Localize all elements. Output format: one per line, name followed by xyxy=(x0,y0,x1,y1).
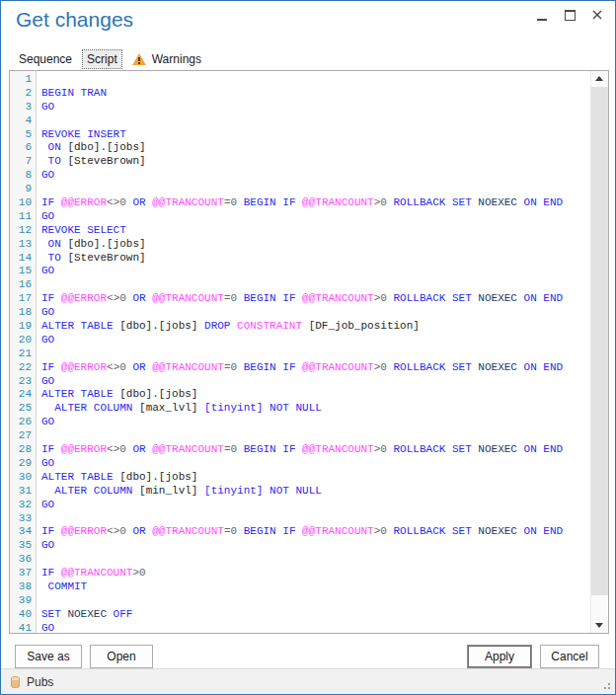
line-number: 11 xyxy=(10,210,32,224)
code-line: GO xyxy=(41,101,590,115)
code-line: GO xyxy=(41,457,590,471)
code-line: GO xyxy=(41,306,590,320)
line-number: 17 xyxy=(10,292,32,306)
line-number: 25 xyxy=(10,402,32,416)
tab-bar: Sequence Script Warnings xyxy=(15,49,201,69)
code-token: @@TRANCOUNT xyxy=(302,361,374,373)
code-line: BEGIN TRAN xyxy=(41,87,590,101)
vertical-scrollbar[interactable] xyxy=(590,71,608,633)
code-token: IF xyxy=(41,196,61,208)
code-line xyxy=(41,512,590,526)
line-number: 28 xyxy=(10,443,32,457)
code-token: NOEXEC xyxy=(478,292,517,304)
line-number: 27 xyxy=(10,429,32,443)
code-token: GO xyxy=(41,622,54,633)
open-button[interactable]: Open xyxy=(90,645,153,668)
apply-button[interactable]: Apply xyxy=(467,645,532,668)
code-token: >0 xyxy=(374,525,387,537)
code-token: GO xyxy=(41,265,54,276)
line-number: 40 xyxy=(10,608,32,622)
code-token: NOEXEC xyxy=(67,608,107,620)
line-number: 24 xyxy=(10,388,32,402)
code-token: <>0 xyxy=(107,196,126,208)
script-editor[interactable]: 1234567891011121314151617181920212223242… xyxy=(9,70,609,634)
code-token: BEGIN IF xyxy=(237,292,302,304)
code-line: ALTER COLUMN [min_lvl] [tinyint] NOT NUL… xyxy=(41,485,590,499)
code-token: ALTER COLUMN xyxy=(41,485,139,497)
close-button[interactable] xyxy=(583,3,611,27)
code-token: =0 xyxy=(224,292,237,304)
status-bar: Pubs xyxy=(1,668,615,694)
code-token: @@TRANCOUNT xyxy=(152,196,224,208)
code-token: @@TRANCOUNT xyxy=(152,292,224,304)
scrollbar-thumb[interactable] xyxy=(591,87,608,595)
code-token: DROP xyxy=(197,320,237,332)
code-line: SET NOEXEC OFF xyxy=(41,608,590,622)
database-name: Pubs xyxy=(27,675,53,689)
code-line: ALTER COLUMN [max_lvl] [tinyint] NOT NUL… xyxy=(41,402,590,416)
cancel-button[interactable]: Cancel xyxy=(540,645,599,668)
line-number: 9 xyxy=(10,183,32,196)
code-token: OR xyxy=(126,525,152,537)
code-token: IF xyxy=(41,525,61,537)
code-line xyxy=(41,553,590,567)
code-token: =0 xyxy=(224,196,237,208)
code-token: ALTER TABLE xyxy=(41,388,119,400)
scroll-up-icon[interactable] xyxy=(595,76,603,81)
code-token: <>0 xyxy=(107,361,126,373)
line-number: 21 xyxy=(10,348,32,361)
code-token: CONSTRAINT xyxy=(237,320,302,332)
code-token: [tinyint] NOT NULL xyxy=(197,402,321,414)
code-token: IF xyxy=(41,361,61,373)
code-token: BEGIN IF xyxy=(237,443,302,455)
code-token: BEGIN TRAN xyxy=(41,87,107,99)
code-token: [DF_job_position] xyxy=(302,320,420,332)
tab-warnings[interactable]: Warnings xyxy=(132,52,201,66)
code-token: BEGIN IF xyxy=(237,525,302,537)
code-line: GO xyxy=(41,334,590,348)
code-line xyxy=(41,348,590,361)
tab-sequence[interactable]: Sequence xyxy=(15,50,76,68)
code-token: GO xyxy=(41,457,54,469)
code-token: ON END xyxy=(517,361,563,373)
line-number: 41 xyxy=(10,622,32,636)
code-token: OR xyxy=(126,361,152,373)
save-as-button[interactable]: Save as xyxy=(15,645,82,668)
code-line: GO xyxy=(41,265,590,278)
code-token: [dbo].[jobs] xyxy=(119,471,197,483)
minimize-button[interactable] xyxy=(528,3,556,27)
line-number: 6 xyxy=(10,141,32,155)
maximize-button[interactable] xyxy=(556,3,583,27)
resize-grip[interactable] xyxy=(601,680,611,690)
code-token: <>0 xyxy=(107,525,126,537)
line-number-gutter: 1234567891011121314151617181920212223242… xyxy=(10,71,37,633)
code-token: <>0 xyxy=(107,443,126,455)
line-number: 4 xyxy=(10,115,32,128)
code-token: @@ERROR xyxy=(61,292,107,304)
code-token: @@TRANCOUNT xyxy=(61,567,133,579)
code-token: TO xyxy=(41,155,67,167)
code-token: REVOKE SELECT xyxy=(41,224,126,236)
code-token: @@TRANCOUNT xyxy=(302,196,374,208)
code-token: BEGIN IF xyxy=(237,196,302,208)
code-token: [tinyint] NOT NULL xyxy=(197,485,321,497)
tab-warnings-label: Warnings xyxy=(152,52,201,66)
code-area[interactable]: BEGIN TRANGOREVOKE INSERT ON [dbo].[jobs… xyxy=(37,71,590,633)
code-line: GO xyxy=(41,416,590,429)
line-number: 34 xyxy=(10,525,32,539)
code-line: ON [dbo].[jobs] xyxy=(41,141,590,155)
scroll-down-icon[interactable] xyxy=(595,623,603,628)
button-row: Save as Open Apply Cancel xyxy=(15,645,599,668)
code-token: >0 xyxy=(132,567,145,579)
line-number: 35 xyxy=(10,539,32,553)
code-token: [SteveBrown] xyxy=(67,155,145,167)
code-token: @@ERROR xyxy=(61,361,107,373)
code-line xyxy=(41,594,590,608)
code-line: TO [SteveBrown] xyxy=(41,252,590,266)
code-token: ALTER TABLE xyxy=(41,320,119,332)
code-token: OR xyxy=(126,196,152,208)
code-line: GO xyxy=(41,499,590,512)
code-token: @@ERROR xyxy=(61,196,107,208)
code-token: OR xyxy=(126,292,152,304)
tab-script[interactable]: Script xyxy=(82,49,122,69)
